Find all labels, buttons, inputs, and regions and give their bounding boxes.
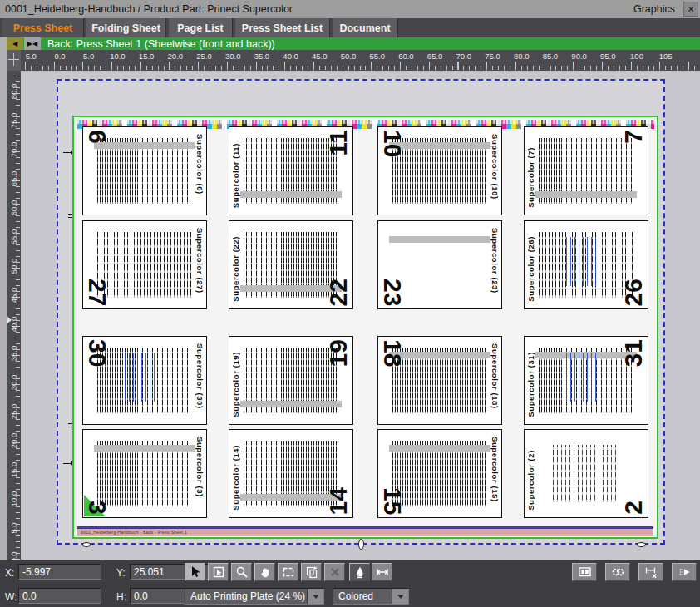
bottom-marks-band: 0001_Heidelberg-Handbuch - Back - Press … (77, 526, 653, 536)
vruler-label: 30.0 (9, 375, 18, 391)
page-preview-18[interactable]: 18Supercolor (18) (377, 336, 502, 425)
page-preview-2[interactable]: 2Supercolor (2) (524, 429, 648, 518)
page-label: Supercolor (18) (490, 343, 500, 409)
x-coordinate-field[interactable] (18, 564, 101, 580)
image-placeholder-bar (389, 236, 490, 243)
lay-mark-left-bottom (63, 463, 71, 464)
page-preview-6[interactable]: 6Supercolor (6) (82, 126, 207, 215)
page-preview-19[interactable]: 19Supercolor (19) (229, 336, 353, 425)
page-preview-15[interactable]: 15Supercolor (15) (377, 429, 502, 518)
tab-page-list[interactable]: Page List (169, 18, 233, 37)
tab-document[interactable]: Document (333, 18, 398, 37)
page-label: Supercolor (26) (526, 236, 535, 302)
chevron-down-icon[interactable] (307, 589, 323, 604)
close-icon[interactable]: ✕ (683, 2, 698, 17)
page-content (553, 445, 619, 502)
press-sheet-canvas[interactable]: 0001_Heidelberg-Handbuch - Back - Press … (21, 71, 700, 560)
vruler-label: 5.0 (9, 522, 18, 533)
vruler-label: 25.0 (9, 404, 18, 420)
page-label: Supercolor (11) (231, 143, 240, 208)
vertical-ruler: 80.075.070.065.060.055.050.045.040.035.0… (7, 71, 21, 560)
ruler-cursor-pointer (7, 317, 12, 323)
plate-paper-area[interactable]: 0001_Heidelberg-Handbuch - Back - Press … (72, 116, 658, 539)
page-number: 3 (85, 501, 110, 515)
page-number: 30 (85, 339, 110, 367)
hyperlink-text-block (125, 353, 156, 402)
vruler-label: 35.0 (9, 346, 18, 362)
zoom-tool-button[interactable] (231, 563, 252, 581)
image-placeholder-bar (240, 401, 341, 407)
previous-sheet-icon[interactable]: ◀ (7, 37, 23, 50)
tab-folding-sheet[interactable]: Folding Sheet (86, 18, 166, 37)
vruler-label: 55.0 (9, 229, 18, 245)
page-number: 19 (326, 339, 351, 367)
hruler-label: 95.0 (600, 52, 616, 61)
tab-press-sheet[interactable]: Press Sheet (2, 18, 84, 37)
page-preview-22[interactable]: 22Supercolor (22) (229, 220, 353, 309)
hruler-label: 25.0 (196, 52, 212, 61)
hruler-label: 70.0 (456, 52, 472, 61)
page-number: 7 (621, 130, 646, 144)
page-preview-26[interactable]: 26Supercolor (26) (524, 220, 648, 309)
page-label: Supercolor (3) (195, 437, 205, 497)
hruler-label: 65.0 (427, 52, 443, 61)
copy-pages-tool-button[interactable] (301, 563, 322, 581)
context-label: Graphics (633, 3, 675, 15)
chevron-down-icon[interactable] (392, 589, 408, 604)
page-preview-30[interactable]: 30Supercolor (30) (82, 336, 207, 425)
settings-gears-icon[interactable] (605, 563, 630, 581)
page-number: 22 (326, 279, 351, 306)
page-preview-23[interactable]: 23Supercolor (23) (377, 220, 502, 309)
hruler-label: 85.0 (543, 52, 559, 61)
hruler-label: 30.0 (225, 52, 241, 61)
width-field[interactable] (18, 588, 101, 604)
page-label: Supercolor (22) (231, 236, 240, 302)
delete-tool-button[interactable] (324, 563, 345, 581)
ink-tool-button[interactable] (349, 563, 370, 581)
back-sheet-label: Back: Press Sheet 1 (Sheetwise (front an… (47, 38, 275, 50)
collapse-view-icon[interactable]: ▶◀ (24, 37, 41, 50)
vruler-label: 75.0 (9, 113, 18, 129)
hruler-label: 55.0 (369, 52, 385, 61)
page-preview-11[interactable]: 11Supercolor (11) (229, 126, 353, 215)
ruler-origin-crosshair-icon[interactable] (7, 50, 21, 71)
display-mode-select[interactable]: Auto Printing Plate (24 %) (185, 588, 324, 605)
vruler-label: 15.0 (9, 462, 18, 478)
vruler-label: 20.0 (9, 433, 18, 449)
x-label: X: (5, 567, 14, 579)
bottom-pink-strip: 0001_Heidelberg-Handbuch - Back - Press … (77, 529, 653, 536)
page-number: 6 (85, 130, 110, 144)
vruler-label: 45.0 (9, 288, 18, 304)
mirror-view-icon[interactable] (672, 563, 697, 581)
marquee-select-tool-button[interactable] (208, 563, 229, 581)
h-label: H: (116, 591, 126, 603)
page-preview-3[interactable]: 3Supercolor (3) (82, 429, 207, 518)
color-mode-select[interactable]: Colored (333, 588, 409, 605)
pan-hand-tool-button[interactable] (254, 563, 275, 581)
hyperlink-text-block (566, 353, 598, 402)
page-label: Supercolor (2) (526, 450, 535, 511)
hyperlink-text-block (566, 237, 598, 286)
punch-mark-center (358, 539, 364, 550)
page-label: Supercolor (23) (490, 228, 500, 294)
page-number: 23 (380, 279, 405, 306)
frame-tool-button[interactable] (278, 563, 298, 581)
tab-press-sheet-list[interactable]: Press Sheet List (235, 18, 330, 37)
lay-mark-left-top (63, 152, 71, 153)
page-preview-14[interactable]: 14Supercolor (14) (229, 429, 353, 518)
select-tool-button[interactable] (185, 563, 205, 581)
page-preview-7[interactable]: 7Supercolor (7) (524, 126, 648, 215)
y-label: Y: (116, 567, 126, 579)
measure-delete-icon[interactable] (638, 563, 663, 581)
page-preview-27[interactable]: 27Supercolor (27) (82, 220, 207, 309)
page-preview-10[interactable]: 10Supercolor (10) (377, 126, 502, 215)
monitor-preview-icon[interactable] (572, 563, 597, 581)
hruler-label: 100 (630, 52, 643, 61)
page-number: 26 (621, 279, 646, 306)
page-preview-31[interactable]: 31Supercolor (31) (524, 336, 648, 425)
punch-mark-left (82, 542, 91, 547)
measure-tool-button[interactable] (372, 563, 392, 581)
vruler-label: 0.0 (9, 551, 18, 560)
selected-press-sheet[interactable]: 0001_Heidelberg-Handbuch - Back - Press … (57, 79, 665, 545)
page-label: Supercolor (30) (195, 343, 205, 409)
